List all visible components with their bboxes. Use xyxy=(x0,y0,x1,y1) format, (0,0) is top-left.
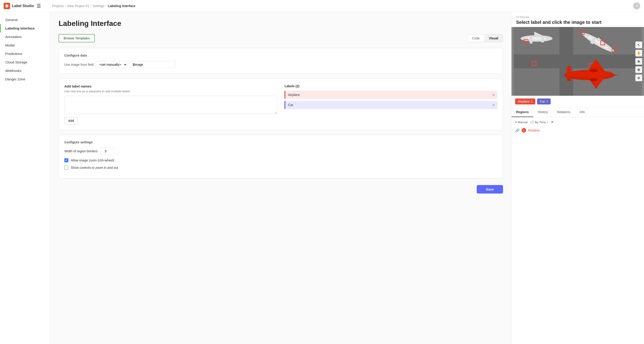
sidebar-item-webhooks[interactable]: Webhooks xyxy=(0,66,50,75)
sep2: / xyxy=(90,4,91,8)
svg-point-27 xyxy=(590,69,598,72)
region-shape-icon: 🔗 xyxy=(515,128,520,133)
eye-toggle-button[interactable]: 👁 xyxy=(551,121,554,124)
browse-templates-button[interactable]: Browse Templates xyxy=(58,34,95,42)
width-setting-row: Width of region borders xyxy=(64,148,497,155)
ui-preview-label: UI Preview xyxy=(516,16,640,19)
car-label-text: Car xyxy=(286,101,490,109)
label-item-car: Car ✕ xyxy=(284,101,497,109)
sidebar-item-labeling-interface[interactable]: Labeling Interface xyxy=(0,24,50,33)
width-label: Width of region borders xyxy=(64,149,98,153)
logo-text: Label Studio xyxy=(12,4,34,8)
airplane-label-text: Airplane xyxy=(286,91,490,99)
grid-tool[interactable]: ⊞ xyxy=(635,66,642,73)
add-label-button[interactable]: Add xyxy=(64,117,78,124)
zoom-label: Allow image zoom (ctrl+wheel) xyxy=(71,158,114,162)
preview-header: UI Preview Select label and click the im… xyxy=(512,12,644,27)
car-remove-button[interactable]: ✕ xyxy=(490,103,497,107)
width-input[interactable] xyxy=(100,148,114,155)
image-field-label: Use image from field xyxy=(64,63,94,66)
breadcrumb-settings[interactable]: Settings xyxy=(93,4,104,8)
configure-data-title: Configure data xyxy=(64,54,497,57)
manual-sort-label: Manual xyxy=(518,121,528,124)
region-badge: 1 xyxy=(522,128,526,133)
labels-left-col: Add label names Use new line as a separa… xyxy=(64,84,277,124)
airplane-remove-button[interactable]: ✕ xyxy=(490,93,497,97)
sidebar-item-cloud-storage[interactable]: Cloud Storage xyxy=(0,58,50,66)
zoom-checkbox[interactable] xyxy=(64,158,68,162)
tab-relations[interactable]: Relations xyxy=(552,107,575,117)
tab-history[interactable]: History xyxy=(533,107,552,117)
logo-icon xyxy=(4,3,10,9)
sidebar-item-danger-zone[interactable]: Danger Zone xyxy=(0,75,50,83)
label-item-airplane: Airplane ✕ xyxy=(284,91,497,99)
topbar-right: J xyxy=(633,2,640,10)
airplane-pill[interactable]: Airplane 1 xyxy=(515,99,535,104)
labels-right-col: Labels (2) Airplane ✕ Car ✕ xyxy=(284,84,497,124)
tab-regions[interactable]: Regions xyxy=(512,107,533,117)
manual-sort-button[interactable]: ≡ Manual xyxy=(515,121,528,124)
svg-rect-3 xyxy=(560,27,573,96)
cursor-tool[interactable]: ↖ xyxy=(635,42,642,48)
controls-label: Show controls to zoom in and out xyxy=(71,166,118,169)
page-title: Labeling Interface xyxy=(58,19,503,28)
by-time-sort-icon: ↕ xyxy=(546,121,548,124)
hand-tool[interactable]: ✋ xyxy=(635,50,642,57)
settings-section: Configure settings Width of region borde… xyxy=(58,135,503,179)
main-content: Labeling Interface Browse Templates Code… xyxy=(50,12,511,344)
controls-checkbox[interactable] xyxy=(64,166,68,170)
car-pill[interactable]: Car 2 xyxy=(537,99,551,104)
svg-rect-8 xyxy=(541,37,544,42)
airplane-pill-count: 1 xyxy=(531,100,532,103)
add-labels-title: Add label names xyxy=(64,84,277,88)
sidebar-item-model[interactable]: Model xyxy=(0,41,50,50)
manual-sort-icon: ≡ xyxy=(515,121,517,124)
breadcrumb: Projects / New Project #1 / Settings / L… xyxy=(52,4,136,8)
label-textarea[interactable] xyxy=(64,96,277,114)
sidebar-item-annotation[interactable]: Annotation xyxy=(0,33,50,41)
configure-data-section: Configure data Use image from field <set… xyxy=(58,48,503,74)
sidebar: General Labeling Interface Annotation Mo… xyxy=(0,12,50,344)
svg-point-28 xyxy=(590,78,598,81)
airplane-pill-name: Airplane xyxy=(518,100,530,103)
code-view-button[interactable]: Code xyxy=(468,35,484,42)
image-source-select[interactable]: <set manually> xyxy=(96,61,127,68)
main-toolbar: Browse Templates Code Visual xyxy=(58,34,503,42)
labels-count: Labels (2) xyxy=(284,84,497,88)
settings-title: Configure settings xyxy=(64,140,497,144)
sep1: / xyxy=(65,4,66,8)
region-item-airplane[interactable]: 🔗 1 Airplane xyxy=(515,127,640,134)
visual-view-button[interactable]: Visual xyxy=(484,35,503,42)
labels-section: Add label names Use new line as a separa… xyxy=(58,79,503,130)
svg-rect-21 xyxy=(566,72,612,76)
hamburger-menu[interactable]: ☰ xyxy=(36,3,41,9)
avatar[interactable]: J xyxy=(633,2,640,10)
topbar: Label Studio ☰ Projects / New Project #1… xyxy=(0,0,644,12)
by-time-sort-button[interactable]: 🕐 By Time ↕ xyxy=(530,121,548,124)
breadcrumb-projects[interactable]: Projects xyxy=(52,4,64,8)
zoom-out-tool[interactable]: ⊖ xyxy=(635,75,642,81)
svg-rect-7 xyxy=(530,37,532,44)
by-time-label: By Time xyxy=(535,121,546,124)
zoom-in-tool[interactable]: ⊕ xyxy=(635,58,642,65)
sep3: / xyxy=(106,4,107,8)
region-label: Airplane xyxy=(528,129,540,132)
tab-info[interactable]: Info xyxy=(575,107,589,117)
aerial-image xyxy=(512,27,644,96)
labels-grid: Add label names Use new line as a separa… xyxy=(64,84,497,124)
zoom-checkbox-row[interactable]: Allow image zoom (ctrl+wheel) xyxy=(64,158,497,162)
save-bar: Save xyxy=(58,183,503,194)
bottom-panel: Regions History Relations Info ≡ Manual … xyxy=(512,107,644,344)
preview-image-area[interactable]: ↖ ✋ ⊕ ⊞ ⊖ Airplane 1 Car 2 xyxy=(512,27,644,107)
label-pills: Airplane 1 Car 2 xyxy=(512,96,644,107)
preview-panel: UI Preview Select label and click the im… xyxy=(511,12,644,344)
image-field-input[interactable] xyxy=(130,61,176,68)
car-pill-name: Car xyxy=(540,100,545,103)
tools-overlay: ↖ ✋ ⊕ ⊞ ⊖ xyxy=(635,42,642,81)
controls-checkbox-row[interactable]: Show controls to zoom in and out xyxy=(64,166,497,170)
layout: General Labeling Interface Annotation Mo… xyxy=(0,12,644,344)
sidebar-item-general[interactable]: General xyxy=(0,16,50,24)
save-button[interactable]: Save xyxy=(477,185,503,194)
sidebar-item-predictions[interactable]: Predictions xyxy=(0,50,50,58)
breadcrumb-project[interactable]: New Project #1 xyxy=(67,4,89,8)
